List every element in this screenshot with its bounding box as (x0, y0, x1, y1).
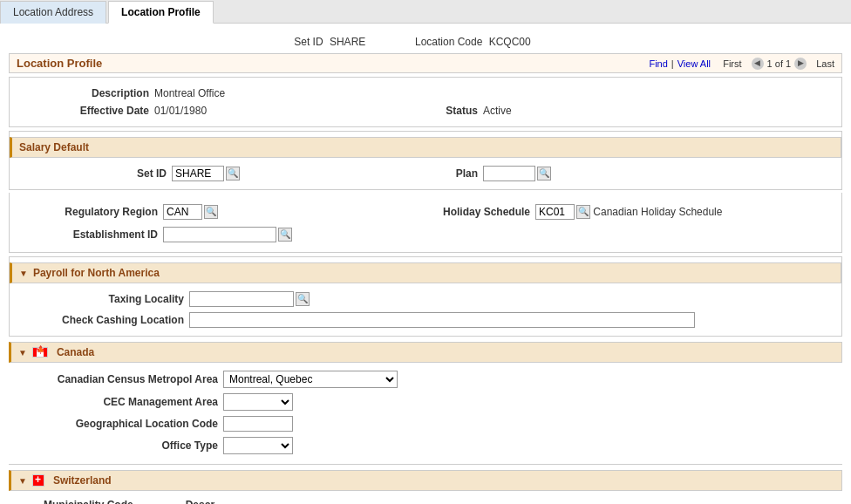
divider (9, 464, 842, 465)
salary-default-header: Salary Default (10, 137, 841, 158)
check-cashing-input[interactable] (189, 312, 695, 328)
geo-row: Geographical Location Code (26, 413, 825, 434)
establishment-row: Establishment ID 🔍 (10, 224, 841, 245)
reg-region-label: Regulatory Region (27, 206, 158, 218)
municipality-header-row: Municipality Code Descr (26, 496, 825, 504)
census-select[interactable]: Montreal, Quebec (223, 371, 398, 388)
descr-col-label: Descr (186, 499, 214, 504)
canada-flag-icon (32, 347, 48, 358)
lp-nav: Find | View All First ◀ 1 of 1 ▶ Last (649, 58, 834, 70)
next-arrow[interactable]: ▶ (794, 58, 807, 70)
canada-collapse-icon: ▼ (18, 348, 27, 358)
payroll-header[interactable]: ▼ Payroll for North America (10, 262, 841, 283)
location-code-label: Location Code (415, 36, 482, 48)
establishment-input[interactable] (163, 227, 276, 242)
geo-input[interactable] (223, 416, 293, 432)
view-all-link[interactable]: View All (677, 58, 711, 69)
geo-label: Geographical Location Code (44, 418, 218, 430)
tab-location-address[interactable]: Location Address (0, 1, 106, 24)
municipality-col-label: Municipality Code (44, 499, 133, 504)
payroll-collapse-icon: ▼ (19, 269, 28, 278)
lp-header-title: Location Profile (17, 57, 102, 70)
prev-arrow[interactable]: ◀ (752, 58, 764, 70)
office-type-label: Office Type (44, 439, 218, 452)
check-cashing-row: Check Cashing Location (27, 310, 824, 330)
switzerland-title: Switzerland (53, 474, 112, 487)
taxing-label: Taxing Locality (44, 293, 184, 305)
set-id-value: SHARE (330, 36, 365, 48)
salary-title: Salary Default (19, 141, 89, 153)
reg-holiday-form: Regulatory Region 🔍 Holiday Schedule 🔍 C… (9, 193, 842, 253)
date-status-row: Effective Date 01/01/1980 Status Active (10, 102, 841, 119)
salary-setid-label: Set ID (44, 167, 167, 180)
last-label: Last (816, 58, 834, 69)
salary-default-section: Salary Default Set ID 🔍 Plan 🔍 (9, 131, 842, 190)
plan-input[interactable] (483, 166, 535, 181)
holiday-schedule-input[interactable] (535, 204, 575, 220)
switzerland-header[interactable]: ▼ Switzerland (9, 470, 842, 491)
cec-label: CEC Management Area (44, 396, 218, 408)
establishment-label: Establishment ID (27, 228, 158, 241)
census-row: Canadian Census Metropol Area Montreal, … (26, 368, 825, 391)
description-label: Description (27, 87, 149, 99)
holiday-search-icon[interactable]: 🔍 (576, 205, 590, 219)
payroll-section: ▼ Payroll for North America Taxing Local… (9, 256, 842, 337)
main-content: Set ID SHARE Location Code KCQC00 Locati… (0, 24, 851, 504)
census-label: Canadian Census Metropol Area (44, 373, 218, 385)
page-info: 1 of 1 (767, 58, 792, 69)
cec-select[interactable] (223, 393, 293, 411)
switzerland-section: ▼ Switzerland Municipality Code Descr (9, 470, 842, 504)
salary-setid-input[interactable] (172, 166, 224, 181)
holiday-schedule-label: Holiday Schedule (426, 206, 530, 218)
canada-section: ▼ Canada Canadian Census Metropol Area M… (9, 342, 842, 459)
canada-header[interactable]: ▼ Canada (9, 342, 842, 363)
tab-location-profile[interactable]: Location Profile (108, 1, 214, 24)
office-type-select[interactable] (223, 437, 293, 454)
status-value: Active (483, 105, 512, 117)
effective-date-label: Effective Date (27, 105, 149, 117)
cec-row: CEC Management Area (26, 391, 825, 413)
find-link[interactable]: Find (649, 58, 667, 69)
holiday-schedule-name: Canadian Holiday Schedule (593, 206, 722, 218)
office-type-row: Office Type (26, 434, 825, 457)
tabs-bar: Location Address Location Profile (0, 0, 851, 24)
location-profile-header: Location Profile Find | View All First ◀… (9, 53, 842, 73)
id-row: Set ID SHARE Location Code KCQC00 (9, 31, 842, 53)
salary-setid-search-icon[interactable]: 🔍 (226, 167, 240, 180)
description-value: Montreal Office (154, 87, 225, 99)
profile-form: Description Montreal Office Effective Da… (9, 77, 842, 127)
reg-region-search-icon[interactable]: 🔍 (204, 205, 218, 219)
salary-setid-plan-row: Set ID 🔍 Plan 🔍 (27, 163, 824, 184)
plan-label: Plan (426, 167, 478, 180)
first-label: First (723, 58, 741, 69)
set-id-label: Set ID (294, 36, 323, 48)
status-label: Status (426, 105, 478, 117)
effective-date-value: 01/01/1980 (154, 105, 207, 117)
canada-title: Canada (57, 346, 94, 358)
description-row: Description Montreal Office (10, 85, 841, 102)
location-code-value: KCQC00 (489, 36, 531, 48)
check-cashing-label: Check Cashing Location (44, 314, 184, 326)
swiss-flag-icon (32, 474, 44, 487)
taxing-input[interactable] (189, 291, 294, 307)
taxing-row: Taxing Locality 🔍 (27, 289, 824, 310)
plan-search-icon[interactable]: 🔍 (537, 167, 551, 180)
reg-holiday-row: Regulatory Region 🔍 Holiday Schedule 🔍 C… (10, 200, 841, 224)
establishment-search-icon[interactable]: 🔍 (278, 228, 292, 242)
reg-region-input[interactable] (163, 204, 202, 220)
taxing-search-icon[interactable]: 🔍 (296, 292, 310, 306)
switzerland-collapse-icon: ▼ (18, 476, 27, 486)
payroll-title: Payroll for North America (33, 267, 160, 279)
